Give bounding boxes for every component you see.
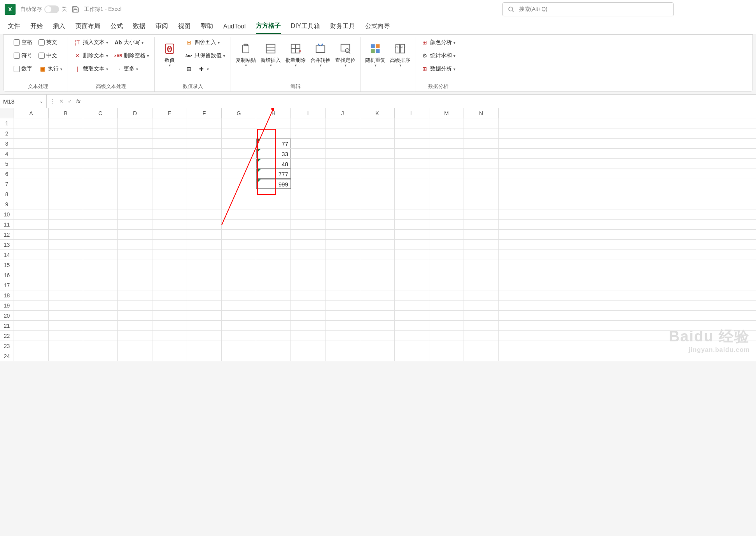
cell[interactable] [187, 250, 222, 260]
cell[interactable] [152, 189, 187, 199]
cell[interactable] [49, 199, 83, 209]
cell[interactable] [49, 189, 83, 199]
cell[interactable] [326, 230, 360, 239]
cell[interactable] [118, 230, 152, 239]
cell[interactable] [291, 139, 326, 148]
btn-keep-value[interactable]: Aʙᴄ只保留数值▾ [184, 50, 227, 61]
cell[interactable] [395, 159, 429, 169]
cell[interactable] [49, 169, 83, 179]
cell[interactable] [49, 179, 83, 189]
cell[interactable] [291, 250, 326, 260]
cell[interactable] [395, 351, 429, 361]
cell[interactable] [118, 209, 152, 219]
cell[interactable] [291, 230, 326, 239]
cell[interactable] [49, 149, 83, 158]
btn-del-space[interactable]: ×AB删除空格▾ [113, 50, 150, 61]
cell[interactable] [118, 341, 152, 351]
cell[interactable] [49, 290, 83, 300]
cell[interactable] [464, 270, 499, 280]
cell[interactable] [360, 189, 395, 199]
tab-file[interactable]: 文件 [8, 19, 20, 33]
cell[interactable] [395, 189, 429, 199]
cell[interactable] [256, 209, 291, 219]
row-header[interactable]: 8 [0, 189, 14, 199]
cell[interactable] [291, 270, 326, 280]
row-header[interactable]: 11 [0, 220, 14, 229]
btn-merge-swap[interactable]: 合并转换▾ [310, 37, 331, 72]
row-header[interactable]: 12 [0, 230, 14, 239]
col-header[interactable]: L [395, 108, 429, 118]
cell[interactable] [118, 331, 152, 341]
btn-copy-paste[interactable]: 复制粘贴▾ [235, 37, 257, 72]
cell[interactable] [429, 179, 464, 189]
cell[interactable] [326, 209, 360, 219]
cell[interactable] [326, 189, 360, 199]
cell[interactable] [83, 331, 118, 341]
cell[interactable] [14, 280, 49, 290]
cell[interactable] [464, 139, 499, 148]
cell[interactable] [464, 230, 499, 239]
cell[interactable] [464, 220, 499, 229]
cell[interactable] [464, 169, 499, 179]
cell[interactable] [83, 240, 118, 250]
cell[interactable] [187, 290, 222, 300]
cell[interactable] [83, 139, 118, 148]
btn-find-locate[interactable]: 查找定位▾ [334, 37, 356, 72]
cell[interactable] [360, 230, 395, 239]
cell[interactable] [187, 351, 222, 361]
cell[interactable] [326, 280, 360, 290]
cell[interactable] [49, 118, 83, 128]
cell[interactable] [256, 321, 291, 330]
cell[interactable] [429, 149, 464, 158]
cell[interactable] [83, 128, 118, 138]
cell[interactable]: 999 [256, 179, 291, 189]
tab-diy[interactable]: DIY工具箱 [291, 19, 320, 33]
cell[interactable] [49, 260, 83, 270]
cell[interactable] [291, 331, 326, 341]
cell[interactable] [83, 280, 118, 290]
col-header[interactable]: I [291, 108, 326, 118]
cell[interactable] [291, 351, 326, 361]
cell[interactable] [291, 128, 326, 138]
cell[interactable] [14, 250, 49, 260]
cell[interactable] [118, 260, 152, 270]
cell[interactable] [83, 321, 118, 330]
search-input[interactable]: 搜索(Alt+Q) [502, 2, 674, 16]
cell[interactable] [256, 128, 291, 138]
row-header[interactable]: 17 [0, 280, 14, 290]
cell[interactable] [464, 331, 499, 341]
cell[interactable] [118, 118, 152, 128]
tab-finance[interactable]: 财务工具 [330, 19, 355, 33]
cell[interactable] [152, 260, 187, 270]
cell[interactable] [118, 220, 152, 229]
cell[interactable] [49, 240, 83, 250]
cell[interactable] [256, 341, 291, 351]
tab-fangfang[interactable]: 方方格子 [256, 19, 281, 34]
cell[interactable] [222, 209, 256, 219]
cell[interactable] [291, 189, 326, 199]
cell[interactable]: 77 [256, 139, 291, 148]
tab-home[interactable]: 开始 [30, 19, 43, 33]
cell[interactable] [360, 301, 395, 310]
cell[interactable] [152, 331, 187, 341]
col-header[interactable]: A [14, 108, 49, 118]
cell[interactable] [187, 280, 222, 290]
cell[interactable] [429, 189, 464, 199]
cell[interactable] [83, 290, 118, 300]
cell[interactable] [187, 189, 222, 199]
cell[interactable] [83, 230, 118, 239]
cell[interactable] [326, 169, 360, 179]
cell[interactable] [152, 250, 187, 260]
cell[interactable] [429, 240, 464, 250]
cell[interactable] [222, 118, 256, 128]
col-header[interactable]: E [152, 108, 187, 118]
name-box[interactable]: M13 ⌄ [0, 95, 47, 108]
cell[interactable] [83, 270, 118, 280]
cell[interactable] [429, 199, 464, 209]
cell[interactable] [464, 280, 499, 290]
btn-execute[interactable]: ▣执行▾ [37, 63, 64, 74]
row-header[interactable]: 7 [0, 179, 14, 189]
tab-insert[interactable]: 插入 [53, 19, 65, 33]
cell[interactable] [395, 290, 429, 300]
cell[interactable] [360, 118, 395, 128]
